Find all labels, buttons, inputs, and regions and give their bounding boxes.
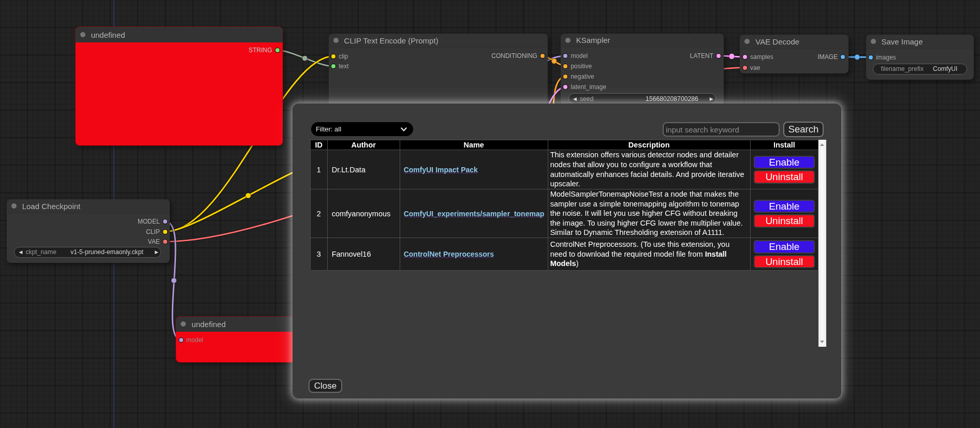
cell-id: 1 — [310, 150, 327, 189]
node-load-checkpoint-titlebar[interactable]: Load Checkpoint — [7, 199, 170, 214]
input-slot-vae[interactable]: vae — [743, 64, 760, 71]
col-header-name: Name — [400, 140, 548, 150]
extensions-grid: ID Author Name Description Install 1 Dr.… — [310, 140, 826, 347]
enable-button[interactable]: Enable — [754, 156, 815, 169]
table-scrollbar[interactable] — [818, 140, 826, 347]
conditioning-port-dot[interactable] — [540, 54, 545, 58]
cell-author: comfyanonymous — [327, 189, 400, 238]
clip-port-dot[interactable] — [163, 230, 167, 234]
increment-arrow-icon[interactable]: ▶ — [710, 96, 713, 101]
input-slot-positive[interactable]: positive — [563, 63, 592, 70]
table-header-row: ID Author Name Description Install — [310, 140, 818, 150]
widget-value[interactable]: 156680208700286 — [646, 95, 698, 102]
node-ksampler-titlebar[interactable]: KSampler — [561, 34, 724, 47]
col-header-author: Author — [327, 140, 400, 150]
input-slot-clip[interactable]: clip — [331, 53, 348, 60]
filter-select[interactable]: Filter: all — [311, 122, 413, 137]
node-title-label: CLIP Text Encode (Prompt) — [344, 36, 438, 45]
vae-port-dot[interactable] — [163, 240, 167, 244]
decrement-arrow-icon[interactable]: ◀ — [573, 96, 577, 101]
table-row: 2 comfyanonymous ComfyUI_experiments/sam… — [310, 189, 818, 238]
close-button[interactable]: Close — [309, 379, 343, 393]
extension-link[interactable]: ComfyUI Impact Pack — [404, 166, 478, 174]
output-slot-conditioning[interactable]: CONDITIONING — [491, 52, 545, 60]
cell-name: ComfyUI_experiments/sampler_tonemap — [400, 189, 548, 238]
input-slot-model[interactable]: model — [563, 52, 588, 60]
cell-author: Fannovel16 — [327, 238, 400, 271]
scroll-up-icon[interactable] — [820, 143, 824, 146]
node-clip-text-encode-titlebar[interactable]: CLIP Text Encode (Prompt) — [329, 34, 548, 49]
node-clip-text-encode[interactable]: CLIP Text Encode (Prompt) clip text COND… — [329, 34, 548, 109]
string-port-dot[interactable] — [275, 48, 280, 52]
widget-value[interactable]: v1-5-pruned-emaonly.ckpt — [70, 248, 143, 256]
node-status-dot-icon — [11, 203, 17, 209]
extension-link[interactable]: ComfyUI_experiments/sampler_tonemap — [404, 210, 545, 218]
output-slot-image[interactable]: IMAGE — [818, 53, 845, 61]
widget-label: filename_prefix — [881, 65, 924, 72]
table-row: 3 Fannovel16 ControlNet Preprocessors Co… — [310, 238, 818, 271]
cell-name: ControlNet Preprocessors — [400, 238, 548, 271]
node-title-label: KSampler — [576, 36, 610, 45]
search-input[interactable] — [663, 122, 780, 137]
search-button[interactable]: Search — [783, 122, 824, 137]
widget-label: seed — [580, 95, 593, 102]
col-header-install: Install — [750, 140, 818, 150]
uninstall-button[interactable]: Uninstall — [754, 214, 815, 228]
input-slot-samples[interactable]: samples — [743, 53, 773, 61]
prev-arrow-icon[interactable]: ◀ — [19, 249, 22, 255]
filename-prefix-widget[interactable]: filename_prefix ComfyUI — [873, 64, 967, 75]
output-slot-latent[interactable]: LATENT — [690, 52, 721, 60]
node-undefined-top[interactable]: undefined STRING — [76, 27, 283, 145]
scroll-down-icon[interactable] — [820, 341, 824, 343]
ckpt-name-widget[interactable]: ◀ ckpt_name v1-5-pruned-emaonly.ckpt ▶ — [14, 247, 161, 258]
node-undefined-top-titlebar[interactable]: undefined — [76, 27, 283, 42]
output-slot-model[interactable]: MODEL — [138, 218, 167, 225]
widget-value[interactable]: ComfyUI — [933, 65, 957, 72]
node-vae-decode-titlebar[interactable]: VAE Decode — [740, 35, 848, 49]
vae-port-dot[interactable] — [743, 66, 747, 70]
uninstall-button[interactable]: Uninstall — [754, 255, 815, 269]
latent-image-port-dot[interactable] — [563, 85, 567, 89]
node-load-checkpoint[interactable]: Load Checkpoint MODEL CLIP VAE ◀ ckpt_na… — [7, 199, 170, 263]
node-title-label: Load Checkpoint — [22, 202, 81, 211]
cell-install: Enable Uninstall — [750, 189, 818, 238]
cell-install: Enable Uninstall — [750, 150, 818, 189]
text-port-dot[interactable] — [331, 64, 335, 68]
output-slot-string[interactable]: STRING — [248, 47, 279, 54]
model-port-dot[interactable] — [163, 219, 167, 224]
images-port-dot[interactable] — [869, 55, 873, 60]
input-slot-negative[interactable]: negative — [563, 73, 594, 80]
node-ksampler[interactable]: KSampler model positive negative latent_… — [561, 34, 724, 106]
node-save-image-titlebar[interactable]: Save Image — [866, 35, 974, 49]
model-port-dot[interactable] — [563, 54, 567, 58]
uninstall-button[interactable]: Uninstall — [754, 170, 815, 184]
positive-port-dot[interactable] — [563, 64, 567, 68]
node-vae-decode[interactable]: VAE Decode samples vae IMAGE — [740, 35, 848, 73]
model-port-dot[interactable] — [179, 338, 183, 342]
output-slot-clip[interactable]: CLIP — [146, 228, 167, 235]
latent-port-dot[interactable] — [716, 54, 721, 58]
cell-description: ModelSamplerTonemapNoiseTest a node that… — [548, 189, 750, 238]
extension-link[interactable]: ControlNet Preprocessors — [404, 250, 494, 258]
node-status-dot-icon — [744, 39, 750, 44]
enable-button[interactable]: Enable — [754, 240, 815, 254]
image-port-dot[interactable] — [841, 55, 845, 59]
extensions-table: ID Author Name Description Install 1 Dr.… — [310, 140, 818, 271]
input-slot-model[interactable]: model — [179, 336, 203, 344]
input-slot-images[interactable]: images — [869, 54, 896, 61]
negative-port-dot[interactable] — [563, 75, 567, 79]
clip-port-dot[interactable] — [331, 54, 335, 58]
cell-id: 2 — [310, 189, 327, 238]
cell-description: This extension offers various detector n… — [548, 150, 750, 189]
node-save-image[interactable]: Save Image images filename_prefix ComfyU… — [866, 35, 974, 80]
next-arrow-icon[interactable]: ▶ — [155, 249, 158, 255]
input-slot-text[interactable]: text — [331, 63, 348, 70]
enable-button[interactable]: Enable — [754, 200, 815, 213]
input-slot-latent-image[interactable]: latent_image — [563, 83, 606, 91]
samples-port-dot[interactable] — [743, 55, 747, 59]
output-slot-vae[interactable]: VAE — [148, 238, 167, 245]
table-row: 1 Dr.Lt.Data ComfyUI Impact Pack This ex… — [310, 150, 818, 189]
seed-widget[interactable]: ◀ seed 156680208700286 ▶ — [568, 93, 716, 104]
filter-select-wrap: Filter: all — [311, 122, 413, 137]
col-header-id: ID — [310, 140, 327, 150]
